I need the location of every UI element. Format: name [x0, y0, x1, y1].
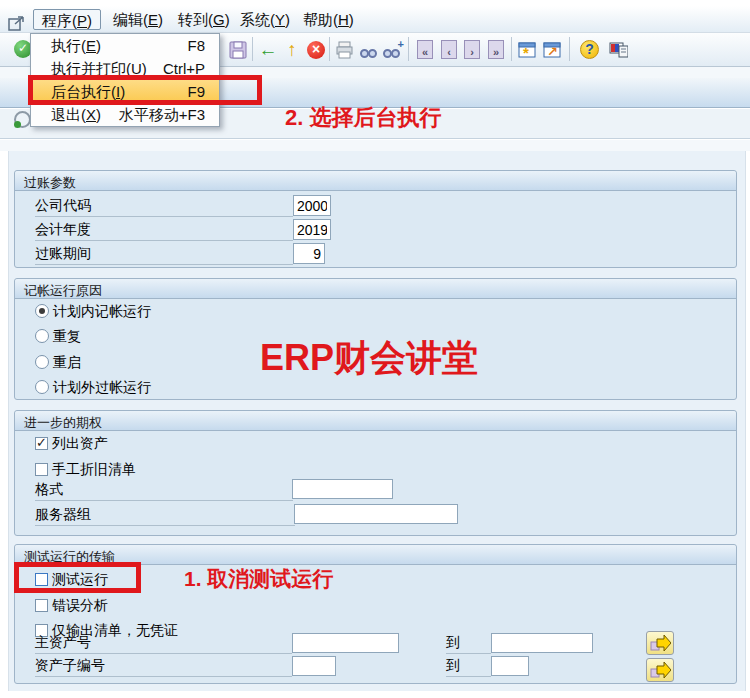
checkbox-icon[interactable]: [35, 463, 48, 476]
main-asset-to-field[interactable]: [491, 633, 593, 653]
annotation-step1: 1. 取消测试运行: [184, 565, 333, 593]
exit-icon[interactable]: ↑: [282, 40, 302, 60]
shortcut-label: 水平移动+F3: [119, 106, 205, 125]
find-icon[interactable]: [359, 40, 379, 60]
menu-item-exit[interactable]: 退出(X)水平移动+F3: [31, 103, 219, 126]
radio-unplanned-posting-run[interactable]: 计划外过帐运行: [35, 379, 151, 399]
create-shortcut-icon[interactable]: ↗: [542, 40, 562, 60]
help-icon[interactable]: ?: [580, 40, 600, 60]
toolbar-separator: [252, 37, 253, 61]
toolbar-separator: [569, 37, 570, 61]
next-page-icon[interactable]: ›: [462, 40, 482, 60]
range-to-label: 到: [446, 630, 491, 654]
toolbar-separator: [329, 37, 330, 61]
group-posting-parameters: 过账参数 公司代码 会计年度 过账期间: [14, 170, 737, 268]
previous-page-icon[interactable]: ‹: [439, 40, 459, 60]
print-icon[interactable]: [334, 40, 354, 60]
checkbox-error-analysis[interactable]: 错误分析: [35, 597, 108, 617]
spacer-strip: [0, 140, 750, 151]
save-icon[interactable]: [228, 40, 248, 60]
multiple-selection-button[interactable]: [646, 658, 674, 682]
server-group-field[interactable]: [294, 504, 458, 524]
annotation-step2: 2. 选择后台执行: [285, 103, 441, 133]
toolbar-separator: [408, 37, 409, 61]
radio-icon[interactable]: [35, 304, 49, 318]
new-session-icon[interactable]: *: [517, 40, 537, 60]
asset-subnumber-from-field[interactable]: [292, 656, 336, 676]
range-to-label: 到: [446, 653, 491, 677]
annotation-box-test-run: [14, 562, 141, 593]
radio-restart[interactable]: 重启: [35, 354, 81, 374]
clock-execute-icon[interactable]: [14, 111, 31, 128]
menu-goto[interactable]: 转到(G): [170, 9, 238, 30]
annotation-box-background-execute: [28, 75, 262, 105]
menu-item-execute[interactable]: 执行(E)F8: [31, 34, 219, 57]
last-page-icon[interactable]: »: [486, 40, 506, 60]
system-menu-icon[interactable]: [8, 15, 26, 31]
menu-system[interactable]: 系统(Y): [232, 9, 298, 30]
field-label-server-group: 服务器组: [35, 502, 295, 526]
back-icon[interactable]: ←: [258, 40, 278, 60]
group-further-options: 进一步的期权 列出资产 手工折旧清单 格式 服务器组: [14, 410, 737, 536]
field-label-asset-subnumber: 资产子编号: [35, 653, 292, 677]
checkbox-icon[interactable]: [35, 599, 48, 612]
field-label-main-asset-number: 主资产号: [35, 630, 292, 654]
fiscal-year-field[interactable]: [293, 219, 331, 240]
format-field[interactable]: [292, 479, 393, 499]
group-title: 进一步的期权: [15, 411, 736, 431]
asset-subnumber-to-field[interactable]: [491, 656, 529, 676]
multiple-selection-button[interactable]: [646, 631, 674, 655]
posting-period-field[interactable]: [293, 243, 325, 264]
menu-program[interactable]: 程序(P): [33, 9, 101, 30]
sap-window: 程序(P) 编辑(E) 转到(G) 系统(Y) 帮助(H) ✓ ← ↑ × + …: [0, 0, 750, 698]
customize-layout-icon[interactable]: [608, 40, 628, 60]
radio-icon[interactable]: [35, 380, 49, 394]
cancel-icon[interactable]: ×: [306, 40, 326, 60]
main-asset-from-field[interactable]: [292, 633, 399, 653]
find-next-icon[interactable]: +: [382, 40, 402, 60]
first-page-icon[interactable]: «: [415, 40, 435, 60]
selection-screen: 过账参数 公司代码 会计年度 过账期间 记帐运行原因 计划内记帐运行 重复 重启…: [8, 151, 746, 691]
radio-icon[interactable]: [35, 355, 49, 369]
menu-help[interactable]: 帮助(H): [295, 9, 362, 30]
checkbox-icon[interactable]: [35, 437, 48, 450]
field-label-format: 格式: [35, 477, 293, 501]
field-label-company-code: 公司代码: [35, 193, 293, 217]
radio-planned-posting-run[interactable]: 计划内记帐运行: [35, 303, 151, 323]
group-title: 记帐运行原因: [15, 279, 736, 299]
group-title: 过账参数: [15, 171, 736, 191]
field-label-posting-period: 过账期间: [35, 241, 293, 265]
watermark-text: ERP财会讲堂: [260, 334, 478, 383]
toolbar-separator: [511, 37, 512, 61]
shortcut-label: F8: [187, 37, 205, 54]
menu-edit[interactable]: 编辑(E): [105, 9, 171, 30]
radio-repeat[interactable]: 重复: [35, 328, 81, 348]
company-code-field[interactable]: [293, 195, 331, 216]
menu-bar: 程序(P) 编辑(E) 转到(G) 系统(Y) 帮助(H): [0, 6, 750, 33]
radio-icon[interactable]: [35, 329, 49, 343]
checkbox-list-assets[interactable]: 列出资产: [35, 435, 108, 455]
field-label-fiscal-year: 会计年度: [35, 217, 293, 241]
